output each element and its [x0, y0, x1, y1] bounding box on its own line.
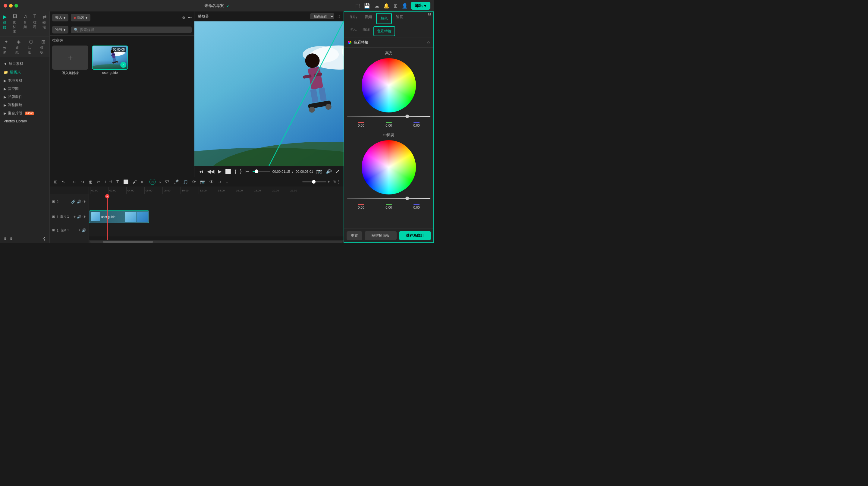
scroll-track[interactable]: [90, 241, 342, 243]
user-icon[interactable]: 👤: [402, 3, 408, 9]
add-media-thumb[interactable]: ＋: [52, 45, 88, 70]
screenshot-button[interactable]: 📷: [315, 168, 323, 175]
expand-button[interactable]: ⤢: [335, 168, 340, 175]
reset-button[interactable]: 重置: [347, 231, 362, 240]
rpst-tab-curves[interactable]: 曲線: [360, 25, 373, 37]
media-video-item[interactable]: 00:00:05 ✓ user guide: [92, 45, 128, 75]
tree-item-adjust[interactable]: ▶ 調整圖層: [0, 101, 50, 109]
tree-item-folder[interactable]: 📁 檔案夾: [0, 68, 50, 77]
compare-icon[interactable]: ⊡: [428, 12, 431, 25]
media-video-thumb[interactable]: 00:00:05 ✓: [92, 45, 128, 70]
redo-button[interactable]: ↪: [80, 179, 86, 185]
paint-button[interactable]: 🖌: [131, 179, 138, 185]
delete-button[interactable]: 🗑: [87, 179, 94, 185]
rpt-tab-audio[interactable]: 音頻: [361, 12, 375, 25]
bezier-button[interactable]: ⊸: [217, 179, 223, 185]
music-button[interactable]: 🎵: [182, 179, 189, 185]
rpt-tab-video[interactable]: 影片: [347, 12, 361, 25]
mic-button[interactable]: 🎤: [173, 179, 180, 185]
mark-in-button[interactable]: {: [234, 168, 237, 175]
sound-icon[interactable]: 🔊: [77, 200, 82, 204]
text-button[interactable]: T: [115, 179, 120, 185]
save-icon[interactable]: 💾: [364, 3, 370, 9]
collapse-icon[interactable]: ❮: [43, 236, 46, 241]
add-media-item[interactable]: ＋ 導入媒體檔: [52, 45, 88, 75]
remove-icon[interactable]: ⊖: [10, 236, 13, 241]
tab-media[interactable]: ▶ 媒體: [0, 11, 10, 36]
tab-transition[interactable]: ⇄ 轉場: [39, 11, 50, 36]
mute-button[interactable]: –: [224, 179, 229, 185]
tree-section-project[interactable]: ▼ 項目素材: [0, 60, 50, 68]
zoom-plus-icon[interactable]: +: [328, 180, 330, 184]
minimize-button[interactable]: [9, 4, 13, 7]
tab-effects[interactable]: ✦ 效果: [0, 36, 12, 57]
tree-item-photos[interactable]: Photos Library: [0, 117, 50, 125]
progress-bar[interactable]: [253, 171, 270, 172]
step-back-button[interactable]: ⏮: [198, 168, 204, 175]
record-button[interactable]: ● 錄製 ▾: [71, 14, 90, 22]
screenshot-icon[interactable]: ⬚: [337, 14, 340, 19]
track-button[interactable]: ⊢: [245, 168, 250, 175]
rpt-tab-speed[interactable]: 速度: [393, 12, 407, 25]
tab-sticker[interactable]: ⬡ 貼紙: [25, 36, 37, 57]
filter-icon[interactable]: ⚙: [182, 16, 185, 20]
eye2-icon[interactable]: 👁: [83, 200, 86, 204]
quality-select[interactable]: 最高品質: [310, 13, 334, 19]
more-icon[interactable]: •••: [188, 16, 192, 20]
shield-button[interactable]: 🛡: [164, 179, 170, 185]
sound2-icon[interactable]: 🔊: [77, 215, 82, 219]
eye3-icon[interactable]: 👁: [83, 215, 86, 219]
settings-icon[interactable]: ⋮: [337, 180, 341, 184]
diamond-icon[interactable]: ◇: [427, 40, 430, 44]
grid2-icon[interactable]: ⊞: [333, 180, 336, 184]
tree-item-cloud[interactable]: ▶ 雲空間: [0, 85, 50, 93]
bell-icon[interactable]: 🔔: [383, 3, 390, 9]
sound3-icon[interactable]: 🔊: [82, 228, 86, 233]
video-clip[interactable]: user guide: [89, 210, 149, 223]
tab-template[interactable]: ⊞ 模板: [37, 36, 50, 57]
search-input[interactable]: [80, 28, 189, 32]
preset-dropdown[interactable]: 預設 ▾: [52, 26, 68, 33]
more-tl-button[interactable]: »: [140, 179, 145, 185]
zoom-track[interactable]: [302, 181, 327, 182]
split-button[interactable]: ⬦: [157, 179, 162, 185]
midtones-slider[interactable]: [347, 198, 430, 199]
eye-button[interactable]: 👁: [208, 179, 215, 185]
save-custom-button[interactable]: 儲存為自訂: [399, 231, 431, 240]
mark-out-button[interactable]: }: [239, 168, 242, 175]
tab-library[interactable]: 🖼 素材庫: [10, 11, 21, 36]
select-button[interactable]: ↖: [61, 179, 67, 185]
tab-audio[interactable]: ♫ 音頻: [21, 11, 30, 36]
undo-button[interactable]: ↩: [72, 179, 78, 185]
cut-button[interactable]: ✂: [96, 179, 102, 185]
snap-button[interactable]: ⊙: [150, 179, 156, 185]
rpst-tab-colorwheel[interactable]: 色彩轉輪: [373, 26, 395, 36]
layout-button[interactable]: ⊞: [53, 179, 59, 185]
tree-item-compound[interactable]: ▶ 復合片段 NEW: [0, 109, 50, 117]
rpt-tab-color[interactable]: 顏色: [376, 13, 392, 24]
cloud-icon[interactable]: ☁: [374, 3, 379, 9]
add2-icon[interactable]: +: [79, 228, 81, 233]
camera-button[interactable]: 📷: [199, 179, 207, 185]
motion-button[interactable]: ⟳: [191, 179, 197, 185]
play-button[interactable]: ▶: [217, 168, 222, 175]
highlight-slider[interactable]: [347, 116, 430, 117]
tree-item-local[interactable]: ▶ 本地素材: [0, 77, 50, 85]
highlight-color-wheel[interactable]: [362, 58, 416, 113]
audio-button[interactable]: 🔊: [325, 168, 333, 175]
close-button[interactable]: [4, 4, 7, 7]
tab-filter[interactable]: ◈ 濾鏡: [12, 36, 25, 57]
zoom-minus-icon[interactable]: –: [299, 180, 301, 184]
frame-back-button[interactable]: ◀◀: [207, 168, 215, 175]
tab-title[interactable]: T 標題: [30, 11, 39, 36]
trim-button[interactable]: ⊢⊣: [104, 179, 113, 185]
playhead-head[interactable]: ✂: [105, 194, 110, 199]
link-icon[interactable]: 🔗: [71, 200, 76, 204]
stop-button[interactable]: ⬜: [224, 168, 232, 175]
midtones-color-wheel[interactable]: [362, 140, 416, 194]
keyframe-button[interactable]: 關鍵幀面板: [365, 231, 397, 240]
import-button[interactable]: 導入 ▾: [52, 14, 68, 22]
monitor-icon[interactable]: ⬚: [355, 3, 360, 9]
search-bar[interactable]: 🔍: [71, 27, 192, 33]
rect-button[interactable]: ⬜: [122, 179, 130, 185]
